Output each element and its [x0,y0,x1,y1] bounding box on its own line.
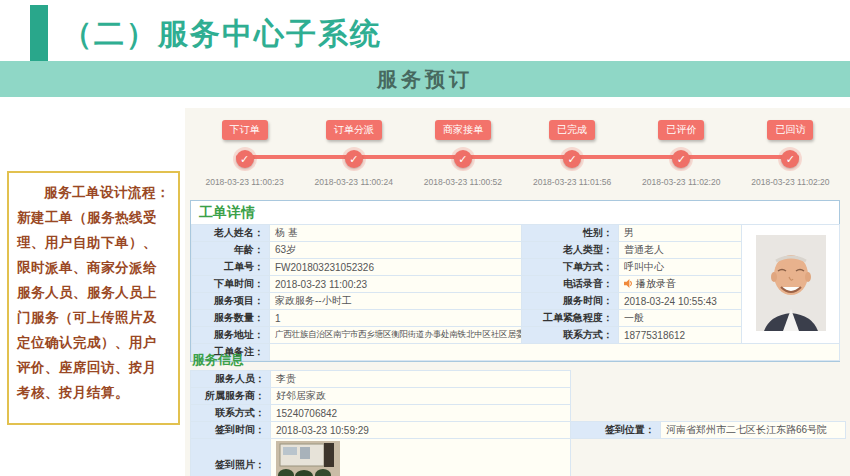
elder-photo [742,225,840,344]
order-timeline: 下订单 ✓ 2018-03-23 11:00:23 订单分派 ✓ 2018-03… [190,116,845,198]
field-value: 普通老人 [619,242,742,259]
field-value: 2018-03-23 11:00:23 [270,276,522,293]
field-value: 广西壮族自治区南宁市西乡塘区衡阳街道办事处南铁北中区社区居委会 [270,327,522,344]
timeline-step: 下订单 ✓ 2018-03-23 11:00:23 [190,116,299,198]
timeline-step: 已完成 ✓ 2018-03-23 11:01:56 [518,116,627,198]
field-label: 年龄： [192,242,270,259]
field-label: 老人类型： [522,242,619,259]
slide: （二）服务中心子系统 服务预订 服务工单设计流程：新建工单（服务热线受理、用户自… [0,0,850,476]
field-value: 1 [270,310,522,327]
section-banner: 服务预订 [0,61,850,97]
table-row: 联系方式： 15240706842 [191,405,846,422]
field-label: 服务地址： [192,327,270,344]
timeline-step-button[interactable]: 下订单 [222,120,268,140]
timeline-step-time: 2018-03-23 11:00:24 [315,177,393,187]
spacer [571,388,846,405]
elder-photo-image [756,235,826,331]
field-value: 2018-03-23 10:59:29 [271,422,571,439]
field-label: 电话录音： [522,276,619,293]
title-accent-bar [30,5,48,61]
field-label: 服务人员： [191,371,271,388]
page-title: （二）服务中心子系统 [62,14,382,55]
check-icon: ✓ [454,150,472,168]
timeline-step-button[interactable]: 商家接单 [435,120,491,140]
play-recording-link[interactable]: 播放录音 [636,278,676,289]
check-icon: ✓ [345,150,363,168]
field-value: 杨 基 [270,225,522,242]
service-info-title: 服务信息 [190,351,845,370]
timeline-step-button[interactable]: 订单分派 [326,120,382,140]
timeline-step-time: 2018-03-23 11:01:56 [533,177,611,187]
field-label: 性别： [522,225,619,242]
field-value: 好邻居家政 [271,388,571,405]
table-row: 签到时间： 2018-03-23 10:59:29 签到位置： 河南省郑州市二七… [191,422,846,439]
play-recording-cell: 播放录音 [619,276,742,293]
signin-photo-thumbnail[interactable] [276,441,340,476]
field-value: 李贵 [271,371,571,388]
process-note-text: 服务工单设计流程：新建工单（服务热线受理、用户自助下单）、限时派单、商家分派给服… [17,181,170,406]
timeline-step: 商家接单 ✓ 2018-03-23 11:00:52 [408,116,517,198]
field-label: 工单号： [192,259,270,276]
field-value: 一般 [619,310,742,327]
field-value: 18775318612 [619,327,742,344]
table-row: 老人姓名： 杨 基 性别： 男 [192,225,840,242]
timeline-step-button[interactable]: 已完成 [549,120,595,140]
field-label: 联系方式： [191,405,271,422]
check-icon: ✓ [781,150,799,168]
table-row: 服务人员： 李贵 [191,371,846,388]
field-value: 河南省郑州市二七区长江东路66号院 [661,422,846,439]
table-row: 所属服务商： 好邻居家政 [191,388,846,405]
field-label: 服务项目： [192,293,270,310]
timeline-step-time: 2018-03-23 11:00:52 [424,177,502,187]
timeline-step-button[interactable]: 已回访 [767,120,813,140]
table-row: 签到照片： [191,439,846,476]
field-label: 服务数量： [192,310,270,327]
spacer [571,405,846,422]
field-value: 2018-03-24 10:55:43 [619,293,742,310]
check-icon: ✓ [236,150,254,168]
field-value: 15240706842 [271,405,571,422]
order-detail-title: 工单详情 [191,201,839,224]
field-label: 下单方式： [522,259,619,276]
signin-photo-cell [271,439,571,476]
field-label: 联系方式： [522,327,619,344]
timeline-step: 订单分派 ✓ 2018-03-23 11:00:24 [299,116,408,198]
order-detail-table: 老人姓名： 杨 基 性别： 男 [191,224,840,361]
timeline-step: 已评价 ✓ 2018-03-23 11:02:20 [627,116,736,198]
field-value: 63岁 [270,242,522,259]
field-label: 所属服务商： [191,388,271,405]
timeline-step-button[interactable]: 已评价 [658,120,704,140]
field-label: 签到位置： [571,422,661,439]
timeline-step-time: 2018-03-23 11:00:23 [205,177,283,187]
process-note-box: 服务工单设计流程：新建工单（服务热线受理、用户自助下单）、限时派单、商家分派给服… [7,171,180,425]
field-label: 老人姓名： [192,225,270,242]
order-detail-panel: 工单详情 老人姓名： 杨 基 性别： 男 [190,200,840,362]
field-value: 家政服务--小时工 [270,293,522,310]
field-label: 签到照片： [191,439,271,476]
service-info-panel: 服务信息 服务人员： 李贵 所属服务商： 好邻居家政 联系方式： 1524070… [190,351,845,476]
service-info-table: 服务人员： 李贵 所属服务商： 好邻居家政 联系方式： 15240706842 … [190,370,846,476]
field-value: FW201803231052326 [270,259,522,276]
check-icon: ✓ [563,150,581,168]
timeline-step-time: 2018-03-23 11:02:20 [751,177,829,187]
check-icon: ✓ [672,150,690,168]
spacer [571,439,846,476]
field-value: 呼叫中心 [619,259,742,276]
timeline-step: 已回访 ✓ 2018-03-23 11:02:20 [736,116,845,198]
field-label: 签到时间： [191,422,271,439]
speaker-icon [624,279,633,288]
field-value: 男 [619,225,742,242]
spacer [571,371,846,388]
field-label: 下单时间： [192,276,270,293]
timeline-step-time: 2018-03-23 11:02:20 [642,177,720,187]
field-label: 工单紧急程度： [522,310,619,327]
banner-title: 服务预订 [377,66,473,93]
field-label: 服务时间： [522,293,619,310]
